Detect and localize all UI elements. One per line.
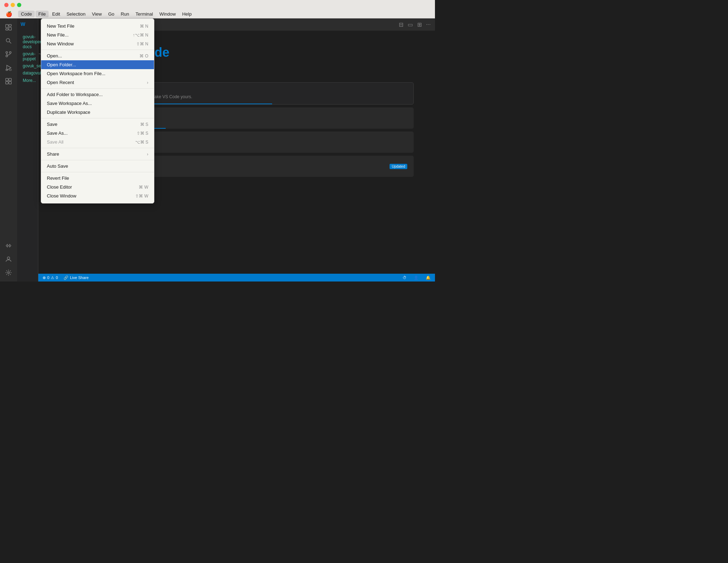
menu-revert-file[interactable]: Revert File: [41, 174, 154, 183]
more-actions-icon[interactable]: ···: [425, 21, 431, 28]
apple-menu[interactable]: 🍎: [3, 10, 15, 18]
menu-code[interactable]: Code: [18, 11, 35, 17]
recent-file-item[interactable]: govuk_seed_crawler ~/govuk: [23, 62, 32, 69]
save-as-label: Save As...: [47, 130, 68, 136]
account-icon[interactable]: [2, 253, 15, 265]
menu-new-text-file[interactable]: New Text File ⌘ N: [41, 22, 154, 30]
svg-point-6: [6, 52, 8, 54]
error-count: 0: [47, 275, 49, 280]
menu-terminal[interactable]: Terminal: [133, 11, 156, 17]
dropdown-menu-container: New Text File ⌘ N New File... ↑⌥⌘ N New …: [41, 18, 154, 204]
close-window-shortcut: ⇧⌘ W: [135, 194, 148, 199]
menu-open-folder[interactable]: Open Folder...: [41, 60, 154, 69]
maximize-button[interactable]: [17, 3, 21, 7]
recent-file-item[interactable]: govuk-developer-docs ~/govuk: [23, 33, 32, 50]
svg-line-5: [10, 42, 11, 44]
menu-section-autosave: Auto Save: [41, 160, 154, 172]
menu-selection[interactable]: Selection: [64, 11, 88, 17]
auto-save-label: Auto Save: [47, 163, 68, 169]
menu-go[interactable]: Go: [105, 11, 117, 17]
open-recent-arrow-icon: ›: [147, 80, 148, 85]
vscode-logo-icon: W: [21, 21, 25, 27]
status-bar: ⊗ 0 ⚠ 0 🔗 Live Share ⏱ 👤 🔔: [38, 274, 435, 282]
menu-window[interactable]: Window: [156, 11, 178, 17]
status-errors[interactable]: ⊗ 0 ⚠ 0: [41, 275, 59, 280]
svg-rect-3: [6, 29, 8, 30]
split-editor-icon[interactable]: ⊟: [398, 21, 404, 29]
notifications-button[interactable]: 🔔: [424, 275, 432, 280]
open-recent-label: Open Recent: [47, 80, 74, 85]
menu-save-all: Save All ⌥⌘ S: [41, 138, 154, 146]
svg-point-16: [7, 257, 10, 260]
recent-file-link[interactable]: govuk-puppet: [23, 51, 36, 61]
menu-new-file[interactable]: New File... ↑⌥⌘ N: [41, 30, 154, 39]
menu-bar: 🍎 Code File Edit Selection View Go Run T…: [0, 10, 435, 18]
svg-rect-12: [6, 78, 8, 81]
activity-bar: [0, 18, 17, 282]
menu-save[interactable]: Save ⌘ S: [41, 120, 154, 129]
new-window-shortcut: ⇧⌘ N: [136, 41, 148, 46]
toggle-sidebar-icon[interactable]: ⊞: [417, 21, 423, 29]
recent-file-item[interactable]: datagovuk_find ~/govuk: [23, 69, 32, 77]
toggle-panel-icon[interactable]: ▭: [407, 21, 414, 29]
add-folder-workspace-label: Add Folder to Workspace...: [47, 92, 103, 97]
menu-duplicate-workspace[interactable]: Duplicate Workspace: [41, 108, 154, 117]
run-debug-icon[interactable]: [2, 62, 15, 74]
close-button[interactable]: [4, 3, 9, 7]
new-text-file-label: New Text File: [47, 23, 75, 29]
open-workspace-label: Open Workspace from File...: [47, 71, 105, 76]
svg-point-17: [8, 272, 10, 274]
share-label: Share: [47, 151, 59, 157]
sidebar-tab[interactable]: W: [17, 18, 38, 30]
save-all-shortcut: ⌥⌘ S: [135, 140, 148, 145]
account-status-icon: 👤: [414, 275, 419, 280]
svg-point-8: [10, 52, 11, 54]
extensions-icon[interactable]: [2, 75, 15, 87]
remote-icon[interactable]: [2, 240, 15, 252]
menu-open-workspace[interactable]: Open Workspace from File...: [41, 69, 154, 78]
new-file-label: New File...: [47, 32, 68, 38]
menu-add-folder-workspace[interactable]: Add Folder to Workspace...: [41, 90, 154, 99]
menu-open[interactable]: Open... ⌘ O: [41, 51, 154, 60]
menu-auto-save[interactable]: Auto Save: [41, 162, 154, 171]
menu-close-editor[interactable]: Close Editor ⌘ W: [41, 183, 154, 191]
new-text-file-shortcut: ⌘ N: [140, 24, 148, 29]
menu-save-as[interactable]: Save As... ⇧⌘ S: [41, 129, 154, 138]
sidebar: W govuk-developer-docs ~/govuk govuk-pup…: [17, 18, 38, 282]
menu-view[interactable]: View: [89, 11, 105, 17]
explorer-icon[interactable]: [2, 21, 15, 33]
search-icon[interactable]: [2, 35, 15, 47]
menu-close-window[interactable]: Close Window ⇧⌘ W: [41, 191, 154, 200]
tab-actions: ⊟ ▭ ⊞ ···: [398, 21, 435, 29]
menu-save-workspace-as[interactable]: Save Workspace As...: [41, 99, 154, 108]
menu-share[interactable]: Share ›: [41, 150, 154, 158]
svg-rect-0: [6, 24, 8, 28]
recent-file-link[interactable]: govuk-developer-docs: [23, 34, 43, 49]
open-shortcut: ⌘ O: [139, 54, 148, 58]
share-arrow-icon: ›: [147, 152, 148, 157]
menu-help[interactable]: Help: [179, 11, 194, 17]
settings-icon[interactable]: [2, 267, 15, 279]
live-share-button[interactable]: 🔗 Live Share: [62, 275, 90, 280]
more-link[interactable]: More...: [23, 78, 32, 83]
svg-rect-1: [9, 24, 11, 26]
save-all-label: Save All: [47, 139, 64, 145]
warning-icon: ⚠: [51, 275, 54, 280]
menu-section-workspace: Add Folder to Workspace... Save Workspac…: [41, 89, 154, 118]
recent-files: govuk-developer-docs ~/govuk govuk-puppe…: [17, 30, 38, 87]
save-shortcut: ⌘ S: [140, 122, 148, 127]
minimize-button[interactable]: [11, 3, 15, 7]
menu-file[interactable]: File: [35, 11, 49, 17]
menu-open-recent[interactable]: Open Recent ›: [41, 78, 154, 87]
open-label: Open...: [47, 53, 62, 58]
menu-section-new: New Text File ⌘ N New File... ↑⌥⌘ N New …: [41, 20, 154, 50]
history-button[interactable]: ⏱: [401, 275, 408, 280]
open-folder-label: Open Folder...: [47, 62, 76, 67]
recent-file-item[interactable]: govuk-puppet ~/govuk: [23, 50, 32, 62]
menu-run[interactable]: Run: [118, 11, 132, 17]
account-status-button[interactable]: 👤: [412, 275, 420, 280]
close-window-label: Close Window: [47, 193, 76, 199]
menu-new-window[interactable]: New Window ⇧⌘ N: [41, 39, 154, 48]
menu-edit[interactable]: Edit: [49, 11, 63, 17]
source-control-icon[interactable]: [2, 48, 15, 60]
